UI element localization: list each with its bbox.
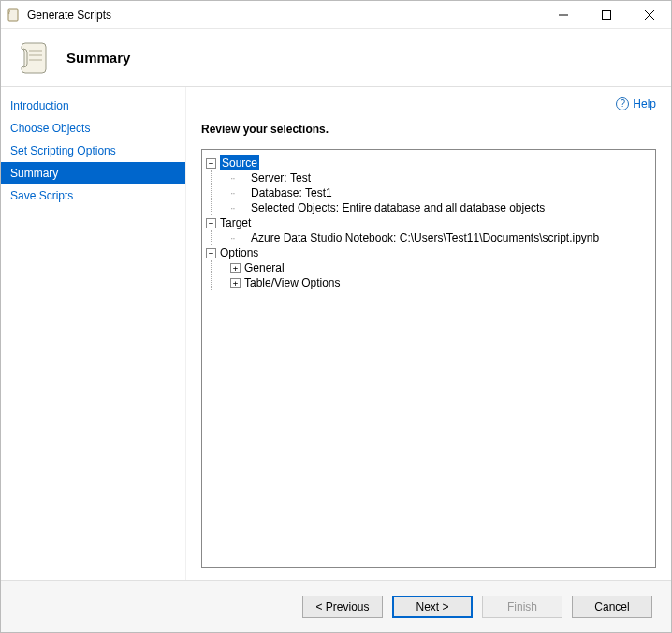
sidebar: Introduction Choose Objects Set Scriptin… (1, 87, 186, 580)
instruction-text: Review your selections. (201, 123, 656, 136)
tree-branch-icon (230, 185, 251, 200)
header: Summary (1, 29, 671, 87)
tree-leaf-selobj-key: Selected Objects (251, 200, 342, 215)
finish-button: Finish (482, 596, 562, 618)
help-link[interactable]: Help (633, 97, 656, 110)
minimize-button[interactable] (542, 1, 585, 28)
close-button[interactable] (628, 1, 671, 28)
window-buttons (542, 1, 671, 28)
previous-button[interactable]: < Previous (302, 596, 383, 618)
script-icon (16, 39, 53, 77)
body: Introduction Choose Objects Set Scriptin… (1, 87, 671, 580)
tree-node-tableview[interactable]: Table/View Options (244, 275, 341, 290)
tree-leaf-ads-val: C:\Users\Test11\Documents\script.ipynb (400, 230, 599, 245)
tree-node-source[interactable]: Source (220, 155, 259, 170)
tree-leaf-database-val: Test1 (305, 185, 332, 200)
help-icon: ? (616, 97, 629, 110)
page-title: Summary (66, 50, 130, 66)
sidebar-item-introduction[interactable]: Introduction (1, 95, 185, 117)
sidebar-item-summary[interactable]: Summary (1, 162, 185, 184)
sidebar-item-save-scripts[interactable]: Save Scripts (1, 184, 185, 207)
tree-leaf-ads-key: Azure Data Studio Notebook (251, 230, 400, 245)
tree-leaf-server-key: Server (251, 170, 290, 185)
sidebar-item-set-scripting-options[interactable]: Set Scripting Options (1, 140, 185, 162)
summary-tree: − Source Server Test Database (201, 149, 656, 568)
expand-icon[interactable]: + (230, 278, 241, 288)
window-title: Generate Scripts (27, 8, 542, 22)
tree-node-target[interactable]: Target (220, 215, 251, 230)
collapse-icon[interactable]: − (206, 248, 216, 258)
content: ? Help Review your selections. − Source (186, 87, 671, 580)
cancel-button[interactable]: Cancel (572, 596, 652, 618)
next-button[interactable]: Next > (392, 596, 473, 618)
collapse-icon[interactable]: − (206, 218, 216, 228)
titlebar: Generate Scripts (1, 1, 671, 29)
help-row: ? Help (201, 95, 656, 113)
sidebar-item-choose-objects[interactable]: Choose Objects (1, 117, 185, 140)
tree-node-options[interactable]: Options (220, 245, 258, 260)
footer: < Previous Next > Finish Cancel (1, 580, 671, 632)
tree-branch-icon (230, 200, 251, 215)
tree-branch-icon (230, 230, 251, 245)
tree-leaf-server-val: Test (290, 170, 311, 185)
expand-icon[interactable]: + (230, 263, 241, 273)
tree-leaf-database-key: Database (251, 185, 305, 200)
app-icon (7, 7, 22, 22)
maximize-button[interactable] (585, 1, 628, 28)
svg-rect-2 (603, 10, 611, 19)
collapse-icon[interactable]: − (206, 158, 216, 169)
tree-node-general[interactable]: General (244, 260, 285, 275)
tree-branch-icon (230, 170, 251, 185)
tree-leaf-selobj-val: Entire database and all database objects (342, 200, 545, 215)
